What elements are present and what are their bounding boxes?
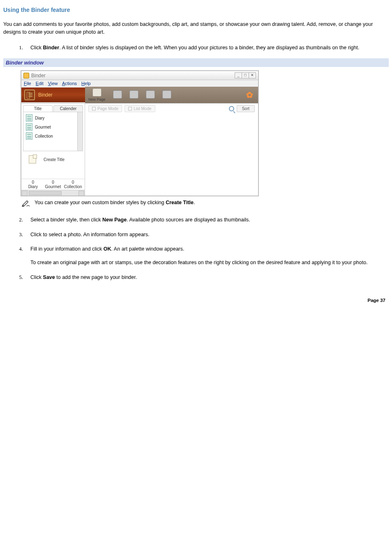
step3-text: Click to select a photo. An information … [30,231,389,239]
sidebar-item-label: Diary [35,116,44,120]
menubar: File Edit View Actions Help [21,80,258,87]
app-body: Title Calender Diary Gourmet Collection [21,103,258,196]
close-button[interactable]: ✕ [249,72,256,78]
footer-number: 37 [380,298,385,303]
sidebar-item-collection[interactable]: Collection [24,131,82,140]
step4-bold: OK [104,246,111,252]
step-number: 5. [3,274,30,281]
create-title-label: Create Title [44,157,65,162]
main-pane: Page Mode List Mode Sort [85,104,258,196]
sidebar-item-label: Gourmet [35,125,51,129]
app-icon [23,73,29,78]
scrollbar-thumb[interactable] [29,191,62,195]
step-5-body: Click Save to add the new page to your b… [30,274,389,281]
toolbar-icon-2 [113,90,122,99]
pencil-icon [21,200,30,207]
new-page-button[interactable]: New Page [88,88,106,101]
figure-block: Binder window Binder _ □ ✕ File Edit Vie… [3,58,389,207]
menu-file[interactable]: File [24,81,31,86]
sidebar: Title Calender Diary Gourmet Collection [21,104,85,196]
create-title-button[interactable]: Create Title [23,154,83,165]
sidebar-item-gourmet[interactable]: Gourmet [24,122,82,131]
step5-prefix: Click [30,274,43,280]
toolbar-icon-4 [146,90,155,99]
sidebar-item-label: Collection [35,134,53,138]
step1-suffix: . A list of binder styles is displayed o… [59,45,359,51]
tab-calendar[interactable]: Calender [53,105,83,112]
toolbar-button-4[interactable] [146,90,155,99]
steps-list: 1. Click Binder. A list of binder styles… [3,44,389,52]
sort-group: Sort [229,105,255,112]
toolbar-button-3[interactable] [129,90,138,99]
intro-paragraph: You can add comments to your favorite ph… [3,21,389,37]
step-3-body: Click to select a photo. An information … [30,231,389,239]
count-gourmet: 0 Gourmet [43,179,63,190]
binder-style-icon [26,123,32,131]
toolbar-icon-5 [162,90,171,99]
maximize-button[interactable]: □ [242,72,249,78]
titlebar: Binder _ □ ✕ [21,71,258,80]
count-label: Diary [28,184,38,189]
toolbar-button-2[interactable] [113,90,122,99]
menu-actions[interactable]: Actions [62,81,77,86]
minimize-button[interactable]: _ [235,72,242,78]
page-mode-button[interactable]: Page Mode [88,105,122,112]
step5-bold: Save [43,274,55,280]
count-diary: 0 Diary [23,179,43,190]
magnifier-icon[interactable] [229,106,234,111]
page-mode-icon [92,107,96,111]
app-window: Binder _ □ ✕ File Edit View Actions Help… [21,70,259,196]
tab-title[interactable]: Title [23,105,53,112]
window-controls: _ □ ✕ [235,72,256,78]
binder-style-icon [26,132,32,140]
menu-view[interactable]: View [48,81,58,86]
note-text: You can create your own custom binder st… [35,199,195,207]
step2-suffix: . Available photo sources are displayed … [127,217,250,223]
step2-prefix: Select a binder style, then click [30,217,102,223]
note-suffix: . [194,200,195,205]
menu-edit[interactable]: Edit [36,81,44,86]
step-number: 1. [3,44,30,52]
new-page-label: New Page [88,97,106,101]
step-number: 3. [3,231,30,239]
toolbar-icon-3 [129,90,138,99]
sidebar-tabs: Title Calender [21,105,85,112]
footer-label: Page [368,298,380,303]
note-prefix: You can create your own custom binder st… [35,200,166,205]
list-mode-button[interactable]: List Mode [125,105,155,112]
list-mode-label: List Mode [134,106,151,111]
step-number: 4. [3,245,30,267]
binder-logo-icon [24,90,35,100]
count-label: Collection [64,184,82,189]
page-footer: Page 37 [3,288,389,306]
figure-caption: Binder window [3,58,389,67]
page-mode-label: Page Mode [97,106,118,111]
sidebar-item-diary[interactable]: Diary [24,113,82,122]
horizontal-scrollbar[interactable] [21,190,85,196]
new-page-icon [92,88,101,97]
page-title: Using the Binder feature [3,7,389,13]
count-value: 0 [23,180,43,184]
step4-suffix: . An art palette window appears. [111,246,184,252]
toolbar-brand: Binder [21,88,85,102]
step2-bold: New Page [102,217,127,223]
binder-style-icon [26,114,32,122]
sidebar-counts: 0 Diary 0 Gourmet 0 Collection [21,179,85,190]
list-mode-icon [128,107,132,111]
sort-button[interactable]: Sort [237,105,255,112]
count-collection: 0 Collection [63,179,83,190]
menu-help[interactable]: Help [81,81,91,86]
app-title: Binder [31,73,46,78]
main-toolbar: Page Mode List Mode Sort [85,104,258,114]
count-value: 0 [43,180,63,184]
step5-suffix: to add the new page to your binder. [55,274,137,280]
toolbar-actions: New Page ✿ [85,87,258,103]
create-title-icon [29,155,36,164]
step-2-body: Select a binder style, then click New Pa… [30,216,389,224]
note-row: You can create your own custom binder st… [21,199,389,207]
steps-list-cont: 2. Select a binder style, then click New… [3,216,389,281]
step1-prefix: Click [30,45,43,51]
sidebar-list: Diary Gourmet Collection [23,112,83,151]
count-value: 0 [63,180,83,184]
toolbar-button-5[interactable] [162,90,171,99]
